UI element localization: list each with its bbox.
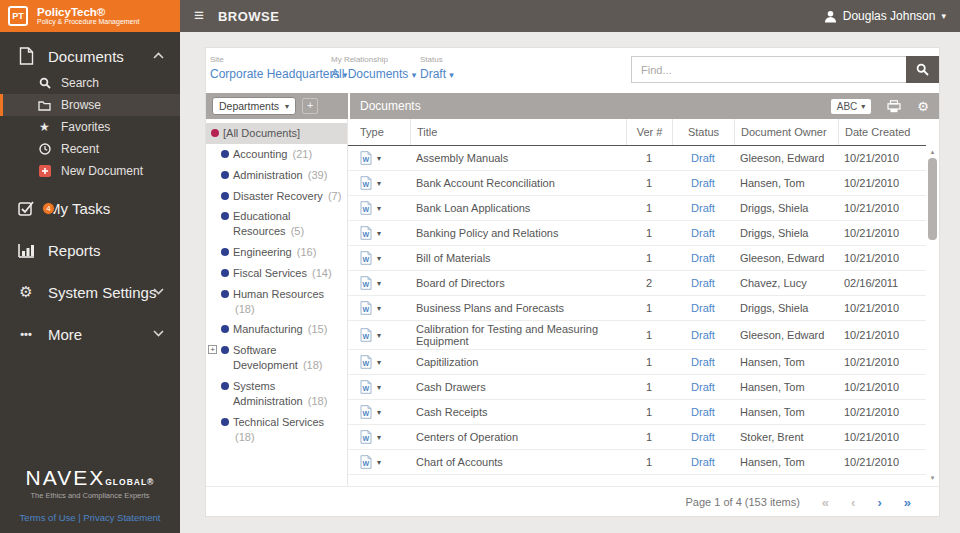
- row-menu-caret-icon[interactable]: ▾: [377, 358, 381, 367]
- doc-type-cell[interactable]: W ▾: [348, 274, 410, 292]
- doc-title[interactable]: Cash Drawers: [410, 379, 626, 395]
- table-row[interactable]: W ▾ Calibration for Testing and Measurin…: [348, 321, 926, 350]
- table-row[interactable]: W ▾ Board of Directors 2 Draft Chavez, L…: [348, 271, 926, 296]
- row-menu-caret-icon[interactable]: ▾: [377, 279, 381, 288]
- tree-item[interactable]: + Disaster Recovery (7): [206, 186, 347, 207]
- tree-item[interactable]: + Technical Services (18): [206, 412, 347, 448]
- search-button[interactable]: [906, 56, 939, 83]
- row-menu-caret-icon[interactable]: ▾: [377, 229, 381, 238]
- row-menu-caret-icon[interactable]: ▾: [377, 179, 381, 188]
- table-row[interactable]: W ▾ Bill of Materials 1 Draft Gleeson, E…: [348, 246, 926, 271]
- doc-status-link[interactable]: Draft: [672, 275, 734, 291]
- doc-type-cell[interactable]: W ▾: [348, 326, 410, 344]
- doc-title[interactable]: Banking Policy and Relations: [410, 225, 626, 241]
- scrollbar-thumb[interactable]: [928, 158, 937, 240]
- doc-title[interactable]: Chart of Accounts: [410, 454, 626, 470]
- hamburger-menu-icon[interactable]: ≡: [194, 6, 204, 26]
- next-page-button[interactable]: ›: [877, 495, 881, 510]
- nav-recent[interactable]: Recent: [0, 138, 180, 160]
- find-input[interactable]: [631, 56, 906, 83]
- table-scrollbar[interactable]: ▴ ▾: [928, 148, 937, 482]
- tree-item[interactable]: + [All Documents]: [206, 123, 347, 144]
- abc-sort-button[interactable]: ABC ▾: [831, 99, 872, 114]
- relationship-filter-dropdown[interactable]: All Documents ▾: [331, 67, 416, 81]
- tree-item[interactable]: + Human Resources (18): [206, 284, 347, 320]
- doc-type-cell[interactable]: W ▾: [348, 174, 410, 192]
- doc-status-link[interactable]: Draft: [672, 225, 734, 241]
- doc-type-cell[interactable]: W ▾: [348, 199, 410, 217]
- tree-item[interactable]: + Systems Administration (18): [206, 376, 347, 412]
- column-header-ver[interactable]: Ver #: [626, 119, 672, 145]
- print-button[interactable]: [887, 100, 901, 113]
- doc-type-cell[interactable]: W ▾: [348, 299, 410, 317]
- doc-title[interactable]: Cash Receipts: [410, 404, 626, 420]
- row-menu-caret-icon[interactable]: ▾: [377, 383, 381, 392]
- doc-status-link[interactable]: Draft: [672, 175, 734, 191]
- doc-type-cell[interactable]: W ▾: [348, 224, 410, 242]
- nav-system-settings[interactable]: ⚙ System Settings: [0, 276, 180, 308]
- table-row[interactable]: W ▾ Banking Policy and Relations 1 Draft…: [348, 221, 926, 246]
- previous-page-button[interactable]: ‹: [851, 495, 855, 510]
- doc-type-cell[interactable]: W ▾: [348, 403, 410, 421]
- tree-item[interactable]: + Accounting (21): [206, 144, 347, 165]
- column-header-type[interactable]: Type: [348, 119, 410, 145]
- tree-item[interactable]: + Engineering (16): [206, 242, 347, 263]
- doc-status-link[interactable]: Draft: [672, 250, 734, 266]
- table-row[interactable]: W ▾ Assembly Manuals 1 Draft Gleeson, Ed…: [348, 146, 926, 171]
- column-header-status[interactable]: Status: [672, 119, 734, 145]
- nav-search[interactable]: Search: [0, 72, 180, 94]
- first-page-button[interactable]: «: [822, 495, 829, 510]
- doc-type-cell[interactable]: W ▾: [348, 428, 410, 446]
- terms-of-use-link[interactable]: Terms of Use: [20, 512, 76, 523]
- doc-status-link[interactable]: Draft: [672, 379, 734, 395]
- site-filter-dropdown[interactable]: Corporate Headquarters ▾: [210, 67, 347, 81]
- nav-more[interactable]: ••• More: [0, 318, 180, 350]
- row-menu-caret-icon[interactable]: ▾: [377, 458, 381, 467]
- row-menu-caret-icon[interactable]: ▾: [377, 331, 381, 340]
- expand-icon[interactable]: +: [208, 345, 217, 354]
- doc-title[interactable]: Capitilization: [410, 354, 626, 370]
- table-row[interactable]: W ▾ Bank Loan Applications 1 Draft Drigg…: [348, 196, 926, 221]
- table-row[interactable]: W ▾ Business Plans and Forecasts 1 Draft…: [348, 296, 926, 321]
- column-header-title[interactable]: Title: [410, 119, 626, 145]
- table-row[interactable]: W ▾ Cash Receipts 1 Draft Hansen, Tom 10…: [348, 400, 926, 425]
- table-row[interactable]: W ▾ Cash Drawers 1 Draft Hansen, Tom 10/…: [348, 375, 926, 400]
- doc-title[interactable]: Calibration for Testing and Measuring Eq…: [410, 321, 626, 349]
- scroll-up-icon[interactable]: ▴: [928, 148, 937, 156]
- doc-title[interactable]: Centers of Operation: [410, 429, 626, 445]
- row-menu-caret-icon[interactable]: ▾: [377, 254, 381, 263]
- nav-documents[interactable]: Documents: [0, 40, 180, 72]
- privacy-statement-link[interactable]: Privacy Statement: [83, 512, 160, 523]
- doc-type-cell[interactable]: W ▾: [348, 453, 410, 471]
- user-menu[interactable]: Douglas Johnson ▾: [824, 9, 946, 23]
- table-row[interactable]: W ▾ Chart of Accounts 1 Draft Hansen, To…: [348, 450, 926, 475]
- doc-status-link[interactable]: Draft: [672, 404, 734, 420]
- nav-favorites[interactable]: ★ Favorites: [0, 116, 180, 138]
- doc-status-link[interactable]: Draft: [672, 327, 734, 343]
- last-page-button[interactable]: »: [904, 495, 911, 510]
- nav-reports[interactable]: Reports: [0, 234, 180, 266]
- doc-status-link[interactable]: Draft: [672, 454, 734, 470]
- tree-item[interactable]: + Administration (39): [206, 165, 347, 186]
- column-header-date[interactable]: Date Created: [838, 119, 926, 145]
- status-filter-dropdown[interactable]: Draft ▾: [420, 67, 454, 81]
- row-menu-caret-icon[interactable]: ▾: [377, 433, 381, 442]
- doc-status-link[interactable]: Draft: [672, 300, 734, 316]
- row-menu-caret-icon[interactable]: ▾: [377, 204, 381, 213]
- row-menu-caret-icon[interactable]: ▾: [377, 154, 381, 163]
- scroll-down-icon[interactable]: ▾: [928, 474, 937, 482]
- add-department-button[interactable]: +: [302, 98, 318, 114]
- column-header-owner[interactable]: Document Owner: [734, 119, 838, 145]
- doc-type-cell[interactable]: W ▾: [348, 378, 410, 396]
- tree-item[interactable]: + Manufacturing (15): [206, 319, 347, 340]
- doc-title[interactable]: Board of Directors: [410, 275, 626, 291]
- doc-type-cell[interactable]: W ▾: [348, 353, 410, 371]
- nav-my-tasks[interactable]: 4 My Tasks: [0, 192, 180, 224]
- doc-status-link[interactable]: Draft: [672, 200, 734, 216]
- doc-title[interactable]: Bill of Materials: [410, 250, 626, 266]
- departments-select[interactable]: Departments ▾: [212, 97, 296, 115]
- row-menu-caret-icon[interactable]: ▾: [377, 304, 381, 313]
- doc-type-cell[interactable]: W ▾: [348, 149, 410, 167]
- doc-status-link[interactable]: Draft: [672, 354, 734, 370]
- row-menu-caret-icon[interactable]: ▾: [377, 408, 381, 417]
